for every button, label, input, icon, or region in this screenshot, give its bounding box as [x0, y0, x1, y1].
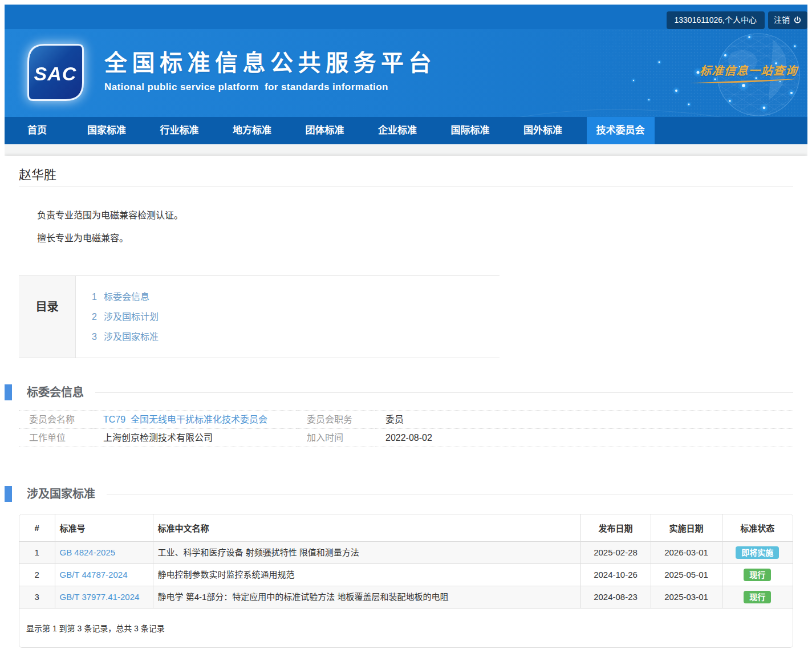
intro-paragraph: 负责专业范围为电磁兼容检测认证。 — [19, 209, 793, 222]
row-index: 1 — [19, 542, 55, 564]
nav-item-industry-standards[interactable]: 行业标准 — [151, 117, 209, 144]
table-header-row: # 标准号 标准中文名称 发布日期 实施日期 标准状态 — [19, 514, 793, 542]
standard-code-cell: GB/T 37977.41-2024 — [55, 586, 153, 609]
implement-date-cell: 2025-05-01 — [651, 564, 722, 586]
content-card: 赵华胜 负责专业范围为电磁兼容检测认证。 擅长专业为电磁兼容。 目录 1标委会信… — [5, 156, 807, 653]
user-center-label: 13301611026,个人中心 — [675, 11, 757, 29]
status-badge: 即将实施 — [736, 546, 779, 559]
site-title-cn: 全国标准信息公共服务平台 — [104, 50, 436, 76]
expert-intro: 负责专业范围为电磁兼容检测认证。 擅长专业为电磁兼容。 — [19, 209, 793, 245]
section-header-committee-info: 标委会信息 — [5, 384, 793, 400]
toc-link-committee-info[interactable]: 1标委会信息 — [92, 287, 159, 307]
col-header-index: # — [19, 514, 55, 542]
standards-table-panel: # 标准号 标准中文名称 发布日期 实施日期 标准状态 1 GB 4824-20… — [19, 514, 793, 648]
status-cell: 即将实施 — [722, 542, 793, 564]
user-center-button[interactable]: 13301611026,个人中心 — [667, 11, 765, 29]
publish-date-cell: 2024-08-23 — [580, 586, 651, 609]
status-cell: 现行 — [722, 586, 793, 609]
standard-name-cell: 静电控制参数实时监控系统通用规范 — [153, 564, 580, 586]
section-marker — [5, 384, 12, 400]
section-header-national-standards: 涉及国家标准 — [5, 486, 793, 502]
committee-role-value: 委员 — [375, 411, 793, 429]
main-nav: 首页 国家标准 行业标准 地方标准 团体标准 企业标准 国际标准 国外标准 技术… — [5, 117, 807, 144]
standard-name-cell: 静电学 第4-1部分：特定应用中的标准试验方法 地板覆盖层和装配地板的电阻 — [153, 586, 580, 609]
implement-date-cell: 2025-03-01 — [651, 586, 722, 609]
standards-table: # 标准号 标准中文名称 发布日期 实施日期 标准状态 1 GB 4824-20… — [19, 514, 793, 609]
committee-name-label: 委员会名称 — [19, 411, 93, 429]
join-time-label: 加入时间 — [297, 429, 375, 447]
toc-link-national-standards[interactable]: 3涉及国家标准 — [92, 327, 159, 347]
table-row: 1 GB 4824-2025 工业、科学和医疗设备 射频骚扰特性 限值和测量方法… — [19, 542, 793, 564]
sac-logo: SAC — [27, 44, 84, 101]
nav-item-international-standards[interactable]: 国际标准 — [441, 117, 500, 144]
logout-button[interactable]: 注销 — [768, 11, 807, 29]
toc-title: 目录 — [19, 276, 76, 358]
row-index: 3 — [19, 586, 55, 609]
table-row: 委员会名称 TC79 全国无线电干扰标准化技术委员会 委员会职务 委员 — [19, 411, 793, 429]
col-header-name: 标准中文名称 — [153, 514, 580, 542]
standard-code-link[interactable]: GB 4824-2025 — [60, 547, 116, 557]
site-title-en: National public service platform for sta… — [104, 82, 436, 93]
nav-item-technical-committees[interactable]: 技术委员会 — [587, 117, 655, 144]
committee-role-label: 委员会职务 — [297, 411, 375, 429]
publish-date-cell: 2025-02-28 — [580, 542, 651, 564]
implement-date-cell: 2026-03-01 — [651, 542, 722, 564]
pagination-summary: 显示第 1 到第 3 条记录，总共 3 条记录 — [19, 609, 793, 647]
table-row: 工作单位 上海创京检测技术有限公司 加入时间 2022-08-02 — [19, 429, 793, 447]
intro-paragraph: 擅长专业为电磁兼容。 — [19, 232, 793, 245]
nav-item-enterprise-standards[interactable]: 企业标准 — [368, 117, 427, 144]
nav-item-local-standards[interactable]: 地方标准 — [223, 117, 281, 144]
col-header-implement-date: 实施日期 — [651, 514, 722, 542]
status-cell: 现行 — [722, 564, 793, 586]
slogan-underline — [689, 76, 803, 85]
toc-links: 1标委会信息 2涉及国标计划 3涉及国家标准 — [76, 276, 159, 358]
standard-code-cell: GB 4824-2025 — [55, 542, 153, 564]
section-rule — [107, 494, 793, 494]
brand-titles: 全国标准信息公共服务平台 National public service pla… — [104, 50, 436, 93]
join-time-value: 2022-08-02 — [375, 429, 793, 447]
site-banner: SAC 全国标准信息公共服务平台 National public service… — [5, 29, 807, 117]
logout-label: 注销 — [774, 11, 790, 29]
section-title: 标委会信息 — [27, 384, 84, 400]
page: 13301611026,个人中心 注销 — [5, 5, 807, 653]
committee-link[interactable]: TC79 全国无线电干扰标准化技术委员会 — [103, 415, 267, 424]
status-badge: 现行 — [744, 569, 771, 581]
nav-item-foreign-standards[interactable]: 国外标准 — [514, 117, 572, 144]
title-divider — [19, 186, 793, 187]
committee-info-table: 委员会名称 TC79 全国无线电干扰标准化技术委员会 委员会职务 委员 工作单位… — [19, 410, 793, 447]
work-unit-label: 工作单位 — [19, 429, 93, 447]
table-row: 2 GB/T 44787-2024 静电控制参数实时监控系统通用规范 2024-… — [19, 564, 793, 586]
nav-item-group-standards[interactable]: 团体标准 — [296, 117, 354, 144]
slogan-calligraphy: 标准信息一站查询 — [699, 62, 798, 78]
status-badge: 现行 — [744, 591, 771, 603]
standard-code-link[interactable]: GB/T 37977.41-2024 — [60, 592, 140, 602]
col-header-publish-date: 发布日期 — [580, 514, 651, 542]
col-header-status: 标准状态 — [722, 514, 793, 542]
standard-name-cell: 工业、科学和医疗设备 射频骚扰特性 限值和测量方法 — [153, 542, 580, 564]
nav-item-home[interactable]: 首页 — [18, 117, 56, 144]
power-icon — [793, 16, 802, 25]
standard-code-cell: GB/T 44787-2024 — [55, 564, 153, 586]
work-unit-value: 上海创京检测技术有限公司 — [93, 429, 297, 447]
nav-list: 首页 国家标准 行业标准 地方标准 团体标准 企业标准 国际标准 国外标准 技术… — [5, 117, 807, 144]
table-of-contents: 目录 1标委会信息 2涉及国标计划 3涉及国家标准 — [19, 275, 500, 358]
committee-name-value: TC79 全国无线电干扰标准化技术委员会 — [93, 411, 297, 429]
section-rule — [95, 392, 793, 393]
page-title: 赵华胜 — [19, 167, 793, 183]
section-title: 涉及国家标准 — [27, 486, 95, 502]
publish-date-cell: 2024-10-26 — [580, 564, 651, 586]
main-area: 赵华胜 负责专业范围为电磁兼容检测认证。 擅长专业为电磁兼容。 目录 1标委会信… — [5, 144, 807, 653]
table-row: 3 GB/T 37977.41-2024 静电学 第4-1部分：特定应用中的标准… — [19, 586, 793, 609]
toc-link-national-plans[interactable]: 2涉及国标计划 — [92, 307, 159, 327]
col-header-code: 标准号 — [55, 514, 153, 542]
row-index: 2 — [19, 564, 55, 586]
standard-code-link[interactable]: GB/T 44787-2024 — [60, 570, 128, 579]
nav-item-national-standards[interactable]: 国家标准 — [78, 117, 136, 144]
topbar: 13301611026,个人中心 注销 — [5, 5, 807, 29]
section-marker — [5, 486, 12, 502]
sac-logo-text: SAC — [34, 63, 77, 84]
